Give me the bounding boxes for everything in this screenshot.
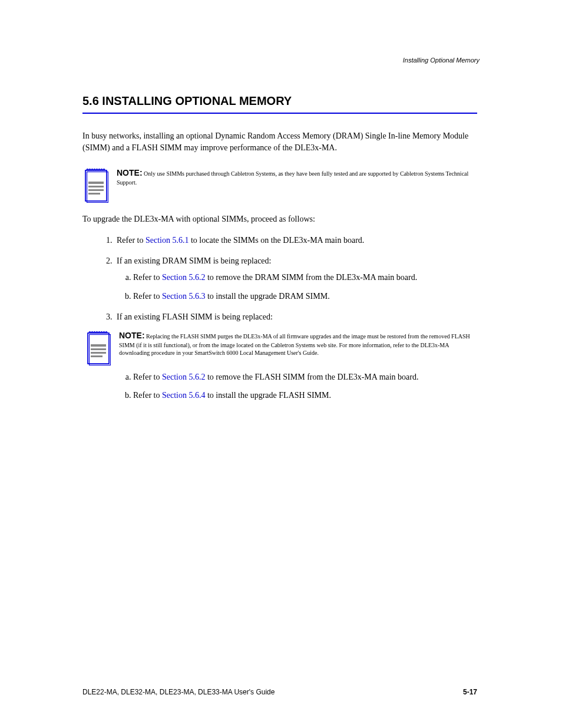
substep-text: Refer to <box>133 373 162 381</box>
note-text: NOTE: Only use SIMMs purchased through C… <box>117 166 477 186</box>
note-text: NOTE: Replacing the FLASH SIMM purges th… <box>119 329 477 357</box>
substep-text: Refer to <box>133 391 162 400</box>
step-item: If an existing DRAM SIMM is being replac… <box>114 255 477 302</box>
intro-paragraph: In busy networks, installing an optional… <box>82 130 477 153</box>
section-link[interactable]: Section 5.6.2 <box>162 273 206 282</box>
step-item: Refer to Section 5.6.1 to locate the SIM… <box>114 235 477 246</box>
substep-item: Refer to Section 5.6.2 to remove the FLA… <box>133 371 477 383</box>
section-link[interactable]: Section 5.6.2 <box>162 373 206 381</box>
svg-rect-10 <box>91 352 106 354</box>
section-title: 5.6 INSTALLING OPTIONAL MEMORY <box>82 94 477 114</box>
step-item: If an existing FLASH SIMM is being repla… <box>114 311 477 401</box>
steps-lead: To upgrade the DLE3x-MA with optional SI… <box>82 213 477 225</box>
page-footer: DLE22-MA, DLE32-MA, DLE23-MA, DLE33-MA U… <box>82 688 477 696</box>
substep-item: Refer to Section 5.6.4 to install the up… <box>133 390 477 401</box>
step-text: to locate the SIMMs on the DLE3x-MA main… <box>189 236 364 245</box>
substeps-list: Refer to Section 5.6.2 to remove the DRA… <box>133 272 477 302</box>
note-label: NOTE: <box>119 331 145 340</box>
substep-item: Refer to Section 5.6.2 to remove the DRA… <box>133 272 477 284</box>
note-body: Replacing the FLASH SIMM purges the DLE3… <box>119 333 470 356</box>
step-text: If an existing FLASH SIMM is being repla… <box>117 311 477 323</box>
section-link[interactable]: Section 5.6.4 <box>162 391 206 400</box>
footer-title: DLE22-MA, DLE32-MA, DLE23-MA, DLE33-MA U… <box>82 688 275 696</box>
substep-text: Refer to <box>133 292 162 301</box>
substep-text: to install the upgrade FLASH SIMM. <box>205 391 331 400</box>
section-link[interactable]: Section 5.6.1 <box>146 236 189 245</box>
notepad-icon <box>82 166 108 203</box>
note-body: Only use SIMMs purchased through Cabletr… <box>117 170 468 186</box>
svg-rect-3 <box>88 186 104 187</box>
note-label: NOTE: <box>117 168 143 177</box>
steps-list: Refer to Section 5.6.1 to locate the SIM… <box>114 235 477 401</box>
note-block: NOTE: Only use SIMMs purchased through C… <box>82 166 477 203</box>
page-content: 5.6 INSTALLING OPTIONAL MEMORY In busy n… <box>82 94 477 411</box>
svg-rect-4 <box>88 189 104 191</box>
page-number: 5-17 <box>463 688 477 696</box>
substeps-list: Refer to Section 5.6.2 to remove the FLA… <box>133 371 477 401</box>
substep-item: Refer to Section 5.6.3 to install the up… <box>133 291 477 302</box>
step-text: Refer to <box>117 236 146 245</box>
svg-rect-9 <box>91 348 106 350</box>
svg-rect-11 <box>91 355 103 357</box>
step-text: If an existing DRAM SIMM is being replac… <box>117 255 477 267</box>
note-block: NOTE: Replacing the FLASH SIMM purges th… <box>117 329 477 365</box>
running-header: Installing Optional Memory <box>403 57 480 64</box>
svg-rect-5 <box>88 193 100 195</box>
svg-rect-8 <box>91 344 106 347</box>
svg-rect-2 <box>88 182 104 184</box>
substep-text: to remove the DRAM SIMM from the DLE3x-M… <box>205 273 417 282</box>
substep-text: to remove the FLASH SIMM from the DLE3x-… <box>205 373 418 381</box>
notepad-icon <box>85 329 111 365</box>
section-link[interactable]: Section 5.6.3 <box>162 292 206 301</box>
substep-text: Refer to <box>133 273 162 282</box>
substep-text: to install the upgrade DRAM SIMM. <box>205 292 329 301</box>
